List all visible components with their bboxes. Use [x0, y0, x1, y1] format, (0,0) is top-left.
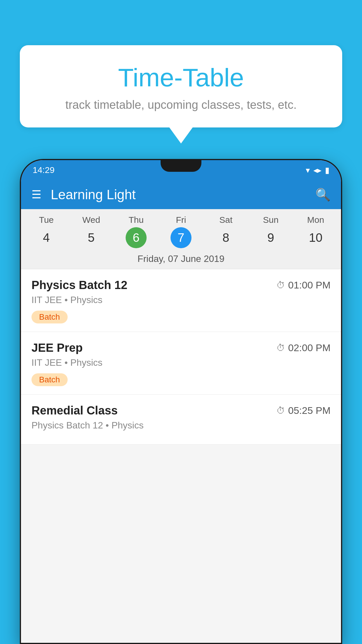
day-num[interactable]: 4 [36, 227, 57, 248]
class-list: Physics Batch 12⏱01:00 PMIIT JEE • Physi… [21, 269, 341, 444]
phone-inner: 14:29 ▾ ◂▸ ▮ ☰ Learning Light 🔍 Tue4Wed5… [21, 160, 341, 643]
app-title: Learning Light [51, 187, 306, 202]
class-item[interactable]: JEE Prep⏱02:00 PMIIT JEE • PhysicsBatch [21, 332, 341, 395]
search-icon[interactable]: 🔍 [315, 188, 331, 202]
class-meta: IIT JEE • Physics [31, 295, 331, 305]
app-bar: ☰ Learning Light 🔍 [21, 180, 341, 209]
week-days: Tue4Wed5Thu6Fri7Sat8Sun9Mon10 [21, 209, 341, 251]
clock-icon: ⏱ [276, 343, 285, 353]
day-col-wed[interactable]: Wed5 [69, 215, 114, 248]
time-text: 05:25 PM [288, 405, 331, 416]
day-name: Sun [263, 215, 278, 225]
time-text: 02:00 PM [288, 342, 331, 354]
class-time: ⏱01:00 PM [276, 279, 331, 291]
class-item[interactable]: Remedial Class⏱05:25 PMPhysics Batch 12 … [21, 395, 341, 444]
day-num[interactable]: 9 [260, 227, 281, 248]
day-num[interactable]: 8 [215, 227, 236, 248]
phone-notch [161, 160, 201, 172]
wifi-icon: ▾ [306, 165, 310, 175]
class-item-header: Physics Batch 12⏱01:00 PM [31, 279, 331, 292]
class-item[interactable]: Physics Batch 12⏱01:00 PMIIT JEE • Physi… [21, 269, 341, 332]
day-name: Fri [176, 215, 186, 225]
battery-icon: ▮ [325, 165, 329, 175]
class-name: Remedial Class [31, 404, 118, 417]
clock-icon: ⏱ [276, 406, 285, 416]
day-name: Sat [219, 215, 232, 225]
selected-date-label: Friday, 07 June 2019 [21, 251, 341, 269]
class-time: ⏱05:25 PM [276, 405, 331, 416]
clock-icon: ⏱ [276, 280, 285, 290]
class-name: Physics Batch 12 [31, 279, 127, 292]
bubble-title: Time-Table [37, 63, 325, 92]
calendar-section: Tue4Wed5Thu6Fri7Sat8Sun9Mon10 Friday, 07… [21, 209, 341, 269]
day-name: Mon [307, 215, 324, 225]
class-meta: IIT JEE • Physics [31, 357, 331, 368]
day-name: Wed [82, 215, 100, 225]
speech-bubble-container: Time-Table track timetable, upcoming cla… [20, 45, 342, 144]
day-num[interactable]: 7 [171, 227, 191, 248]
signal-icon: ◂▸ [313, 165, 321, 175]
phone-frame: 14:29 ▾ ◂▸ ▮ ☰ Learning Light 🔍 Tue4Wed5… [20, 159, 342, 644]
day-name: Thu [129, 215, 144, 225]
day-col-tue[interactable]: Tue4 [24, 215, 69, 248]
class-item-header: Remedial Class⏱05:25 PM [31, 404, 331, 417]
class-time: ⏱02:00 PM [276, 342, 331, 354]
class-name: JEE Prep [31, 341, 83, 354]
class-item-header: JEE Prep⏱02:00 PM [31, 341, 331, 354]
speech-bubble: Time-Table track timetable, upcoming cla… [20, 45, 342, 127]
day-num[interactable]: 6 [126, 227, 147, 248]
class-meta: Physics Batch 12 • Physics [31, 420, 331, 431]
time-text: 01:00 PM [288, 279, 331, 291]
batch-badge: Batch [31, 373, 68, 386]
bubble-subtitle: track timetable, upcoming classes, tests… [37, 98, 325, 111]
day-col-thu[interactable]: Thu6 [114, 215, 159, 248]
day-col-fri[interactable]: Fri7 [159, 215, 203, 248]
status-time: 14:29 [33, 165, 55, 175]
day-num[interactable]: 10 [305, 227, 326, 248]
hamburger-icon[interactable]: ☰ [31, 188, 41, 201]
day-num[interactable]: 5 [81, 227, 102, 248]
batch-badge: Batch [31, 311, 68, 323]
day-col-sat[interactable]: Sat8 [203, 215, 248, 248]
day-col-mon[interactable]: Mon10 [293, 215, 338, 248]
day-name: Tue [39, 215, 54, 225]
speech-bubble-arrow [169, 127, 193, 144]
day-col-sun[interactable]: Sun9 [248, 215, 293, 248]
status-icons: ▾ ◂▸ ▮ [306, 165, 329, 175]
